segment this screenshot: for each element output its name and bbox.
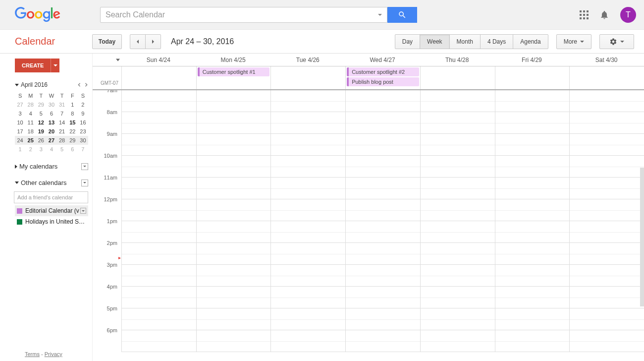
hour-slot[interactable]: [570, 112, 644, 134]
scrollbar[interactable]: [640, 168, 644, 306]
terms-link[interactable]: Terms: [25, 351, 40, 357]
mini-day[interactable]: 2: [78, 100, 88, 109]
create-button[interactable]: CREATE: [15, 59, 59, 72]
dropdown-icon[interactable]: [80, 208, 86, 214]
hour-slot[interactable]: [122, 221, 196, 243]
hour-slot[interactable]: [271, 156, 345, 178]
hour-slot[interactable]: [346, 243, 420, 265]
more-button[interactable]: More: [556, 34, 591, 49]
event-chip[interactable]: Publish blog post: [347, 77, 419, 86]
mini-day[interactable]: 24: [15, 136, 25, 145]
day-column[interactable]: [121, 90, 196, 352]
mini-day[interactable]: 4: [46, 145, 56, 154]
hour-slot[interactable]: [271, 308, 345, 330]
hour-slot[interactable]: [271, 134, 345, 156]
hour-slot[interactable]: [570, 330, 644, 352]
hour-slot[interactable]: [495, 265, 570, 287]
hour-slot[interactable]: [421, 199, 495, 221]
hour-slot[interactable]: [197, 156, 271, 178]
hour-slot[interactable]: [421, 90, 495, 112]
hour-slot[interactable]: [122, 90, 196, 112]
hour-slot[interactable]: [346, 265, 420, 287]
hour-slot[interactable]: [271, 265, 345, 287]
hour-slot[interactable]: [570, 265, 644, 287]
hour-slot[interactable]: [346, 221, 420, 243]
hour-slot[interactable]: [271, 199, 345, 221]
hour-slot[interactable]: [570, 243, 644, 265]
search-button[interactable]: [387, 7, 417, 23]
mini-cal-header[interactable]: April 2016: [15, 81, 88, 88]
mini-day[interactable]: 4: [25, 109, 36, 118]
mini-day[interactable]: 1: [67, 100, 78, 109]
hour-slot[interactable]: [495, 330, 570, 352]
hour-slot[interactable]: [421, 178, 495, 199]
mini-day[interactable]: 6: [46, 109, 56, 118]
mini-day[interactable]: 27: [46, 136, 56, 145]
privacy-link[interactable]: Privacy: [45, 351, 62, 357]
day-column[interactable]: [196, 90, 271, 352]
hour-slot[interactable]: [346, 287, 420, 308]
hour-slot[interactable]: [346, 90, 420, 112]
hour-slot[interactable]: [570, 287, 644, 308]
hour-slot[interactable]: [495, 134, 570, 156]
day-column[interactable]: [420, 90, 495, 352]
hour-slot[interactable]: [122, 308, 196, 330]
mini-day[interactable]: 7: [57, 109, 67, 118]
avatar[interactable]: T: [620, 7, 636, 23]
allday-cell[interactable]: Customer spotlight #1: [196, 66, 271, 89]
hour-slot[interactable]: [570, 156, 644, 178]
hour-slot[interactable]: [421, 156, 495, 178]
mini-day[interactable]: 29: [36, 100, 46, 109]
day-header[interactable]: Thu 4/28: [420, 54, 495, 66]
hour-slot[interactable]: [271, 178, 345, 199]
hour-slot[interactable]: [122, 330, 196, 352]
view-agenda[interactable]: Agenda: [513, 34, 548, 49]
hour-slot[interactable]: [197, 134, 271, 156]
mini-day[interactable]: 22: [67, 127, 78, 136]
mini-day[interactable]: 15: [67, 118, 78, 127]
hour-slot[interactable]: [495, 221, 570, 243]
mini-day[interactable]: 30: [46, 100, 56, 109]
hour-slot[interactable]: [122, 178, 196, 199]
view-day[interactable]: Day: [395, 34, 420, 49]
hour-slot[interactable]: [122, 112, 196, 134]
hour-slot[interactable]: [421, 265, 495, 287]
mini-day[interactable]: 3: [15, 109, 25, 118]
search-box[interactable]: [100, 7, 387, 23]
hour-slot[interactable]: [197, 199, 271, 221]
allday-cell[interactable]: Customer spotlight #2Publish blog post: [345, 66, 420, 89]
view-week[interactable]: Week: [420, 34, 449, 49]
mini-day[interactable]: 6: [67, 145, 78, 154]
mini-day[interactable]: 17: [15, 127, 25, 136]
hour-slot[interactable]: [197, 287, 271, 308]
hour-slot[interactable]: [421, 308, 495, 330]
mini-day[interactable]: 14: [57, 118, 67, 127]
day-header[interactable]: Sun 4/24: [121, 54, 196, 66]
hour-slot[interactable]: [197, 265, 271, 287]
next-button[interactable]: [145, 34, 161, 49]
hour-slot[interactable]: [495, 90, 570, 112]
mini-day[interactable]: 26: [36, 136, 46, 145]
hour-slot[interactable]: [197, 221, 271, 243]
hour-slot[interactable]: [421, 221, 495, 243]
hour-slot[interactable]: [346, 199, 420, 221]
hour-slot[interactable]: [346, 134, 420, 156]
hour-slot[interactable]: [346, 178, 420, 199]
hour-slot[interactable]: [495, 178, 570, 199]
hour-slot[interactable]: [570, 134, 644, 156]
mini-day[interactable]: 10: [15, 118, 25, 127]
day-column[interactable]: [569, 90, 644, 352]
mini-day[interactable]: 5: [36, 109, 46, 118]
hour-slot[interactable]: [271, 243, 345, 265]
mini-day[interactable]: 19: [36, 127, 46, 136]
mini-day[interactable]: 9: [78, 109, 88, 118]
hour-slot[interactable]: [271, 90, 345, 112]
mini-day[interactable]: 29: [67, 136, 78, 145]
hour-slot[interactable]: [197, 178, 271, 199]
day-column[interactable]: [270, 90, 345, 352]
hour-slot[interactable]: [271, 221, 345, 243]
mini-day[interactable]: 8: [67, 109, 78, 118]
hour-slot[interactable]: [122, 287, 196, 308]
search-input[interactable]: [106, 10, 375, 19]
hour-slot[interactable]: [346, 112, 420, 134]
